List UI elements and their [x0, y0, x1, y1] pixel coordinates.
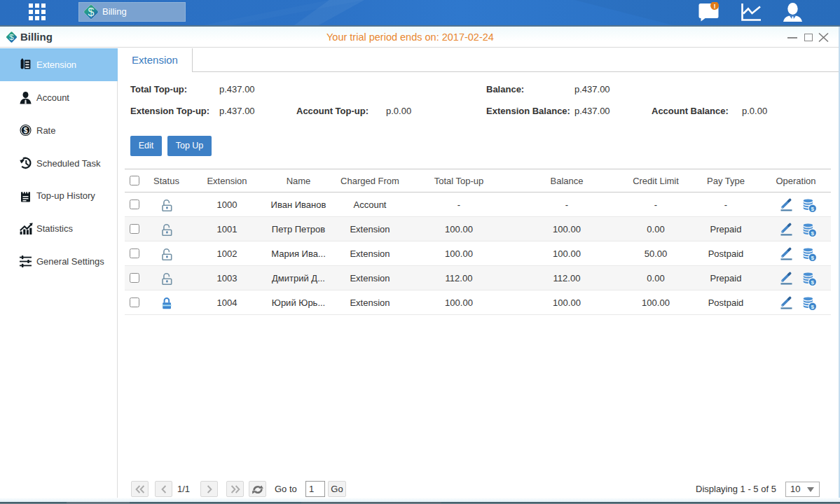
svg-text:$: $ — [24, 127, 28, 134]
svg-text:$: $ — [88, 6, 95, 18]
svg-text:$: $ — [811, 279, 815, 286]
svg-text:!: ! — [713, 2, 715, 10]
svg-text:$: $ — [811, 304, 815, 310]
svg-text:$: $ — [9, 33, 14, 41]
svg-text:$: $ — [811, 206, 815, 212]
svg-text:$: $ — [811, 255, 815, 261]
svg-text:$: $ — [811, 230, 815, 237]
